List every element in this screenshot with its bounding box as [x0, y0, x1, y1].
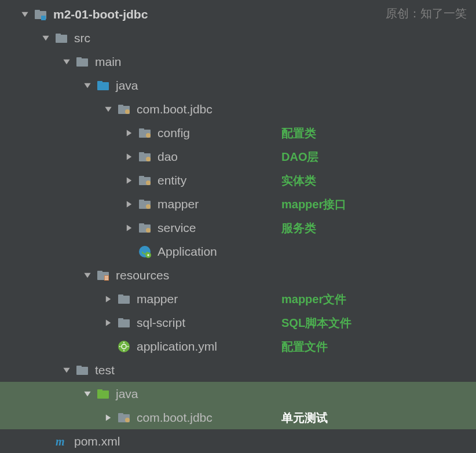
annotation-config: 配置类: [281, 126, 316, 141]
svg-rect-38: [118, 318, 123, 321]
tree-node-config[interactable]: config: [0, 121, 476, 145]
annotation-test-pkg: 单元测试: [281, 410, 328, 426]
svg-point-23: [146, 204, 151, 209]
tree-node-appyml[interactable]: application.yml: [0, 334, 476, 358]
tree-label: java: [116, 79, 138, 93]
spring-boot-class-icon: [138, 245, 152, 259]
svg-point-20: [146, 181, 151, 185]
tree-node-resources[interactable]: resources: [0, 263, 476, 287]
tree-label: service: [158, 221, 196, 235]
annotation-mapper-dir: mapper文件: [281, 292, 346, 307]
tree-node-dao[interactable]: dao: [0, 145, 476, 168]
tree-node-mapper-pkg[interactable]: mapper: [0, 192, 476, 216]
svg-rect-41: [76, 367, 88, 375]
svg-rect-30: [97, 271, 102, 273]
svg-rect-13: [139, 128, 144, 131]
chevron-down-icon[interactable]: [61, 365, 72, 375]
svg-rect-44: [97, 389, 102, 392]
folder-icon: [75, 55, 89, 69]
chevron-right-icon[interactable]: [124, 152, 134, 162]
tree-node-main[interactable]: main: [0, 50, 476, 73]
chevron-down-icon[interactable]: [82, 270, 93, 281]
chevron-down-icon[interactable]: [103, 104, 113, 115]
svg-rect-19: [139, 176, 144, 178]
tree-label: com.boot.jdbc: [137, 411, 213, 425]
tree-node-test-package[interactable]: com.boot.jdbc: [0, 406, 476, 429]
annotation-entity: 实体类: [281, 173, 316, 189]
maven-pom-icon: m: [54, 434, 68, 448]
annotation-sqlscript: SQL脚本文件: [281, 315, 351, 331]
package-icon: [117, 102, 131, 116]
tree-node-package[interactable]: com.boot.jdbc: [0, 97, 476, 121]
tree-node-application[interactable]: Application: [0, 240, 476, 263]
tree-label: test: [95, 363, 115, 377]
chevron-right-icon[interactable]: [124, 223, 134, 233]
tree-label: application.yml: [137, 340, 217, 353]
annotation-dao: DAO层: [281, 149, 318, 165]
svg-point-17: [146, 157, 151, 161]
svg-rect-3: [56, 35, 67, 43]
tree-label: entity: [158, 174, 186, 187]
package-icon: [138, 197, 152, 211]
svg-rect-43: [97, 391, 109, 399]
source-folder-icon: [96, 79, 110, 93]
folder-icon: [117, 292, 131, 306]
folder-icon: [117, 316, 131, 330]
tree-label: com.boot.jdbc: [137, 102, 213, 116]
test-source-folder-icon: [96, 387, 110, 401]
tree-node-java[interactable]: java: [0, 73, 476, 97]
tree-label: src: [74, 31, 90, 45]
svg-point-26: [146, 228, 151, 233]
svg-rect-37: [118, 319, 130, 327]
resources-folder-icon: [96, 268, 110, 282]
package-icon: [138, 221, 152, 235]
svg-rect-36: [118, 294, 123, 297]
chevron-down-icon[interactable]: [61, 57, 72, 67]
tree-node-src[interactable]: src: [0, 26, 476, 50]
annotation-appyml: 配置文件: [281, 339, 328, 355]
svg-rect-6: [76, 57, 82, 60]
svg-rect-42: [76, 366, 82, 368]
chevron-right-icon[interactable]: [124, 175, 134, 186]
chevron-down-icon[interactable]: [82, 389, 93, 399]
svg-text:m: m: [56, 435, 65, 448]
svg-rect-25: [139, 223, 144, 226]
tree-node-sqlscript[interactable]: sql-script: [0, 311, 476, 334]
chevron-right-icon[interactable]: [103, 413, 113, 423]
watermark-text: 原创：知了一笑: [386, 6, 467, 21]
tree-node-service[interactable]: service: [0, 216, 476, 240]
svg-rect-35: [118, 296, 130, 304]
svg-rect-4: [56, 34, 61, 36]
tree-label: pom.xml: [74, 434, 120, 448]
chevron-down-icon[interactable]: [82, 80, 93, 91]
tree-node-entity[interactable]: entity: [0, 168, 476, 192]
tree-label: java: [116, 387, 138, 401]
chevron-right-icon[interactable]: [124, 199, 134, 209]
package-icon: [117, 411, 131, 425]
svg-rect-7: [97, 82, 109, 90]
chevron-right-icon[interactable]: [124, 128, 134, 138]
svg-rect-10: [118, 105, 123, 107]
folder-icon: [75, 363, 89, 377]
tree-node-pom[interactable]: m pom.xml: [0, 429, 476, 453]
tree-label: m2-01-boot-jdbc: [53, 8, 148, 21]
svg-rect-46: [118, 413, 123, 415]
tree-node-test[interactable]: test: [0, 358, 476, 382]
chevron-right-icon[interactable]: [103, 318, 113, 328]
package-icon: [138, 126, 152, 140]
tree-label: Application: [158, 245, 217, 259]
module-folder-icon: [34, 8, 47, 21]
tree-label: mapper: [137, 292, 178, 306]
tree-label: sql-script: [137, 316, 185, 330]
tree-node-mapper-dir[interactable]: mapper: [0, 287, 476, 311]
chevron-down-icon[interactable]: [20, 9, 30, 20]
chevron-down-icon[interactable]: [41, 33, 51, 43]
folder-icon: [54, 31, 68, 45]
chevron-right-icon[interactable]: [103, 294, 113, 304]
svg-rect-1: [35, 10, 40, 12]
tree-node-test-java[interactable]: java: [0, 382, 476, 406]
tree-label: config: [158, 126, 190, 140]
annotation-service: 服务类: [281, 220, 316, 236]
svg-rect-8: [97, 81, 102, 83]
svg-rect-2: [41, 16, 46, 20]
